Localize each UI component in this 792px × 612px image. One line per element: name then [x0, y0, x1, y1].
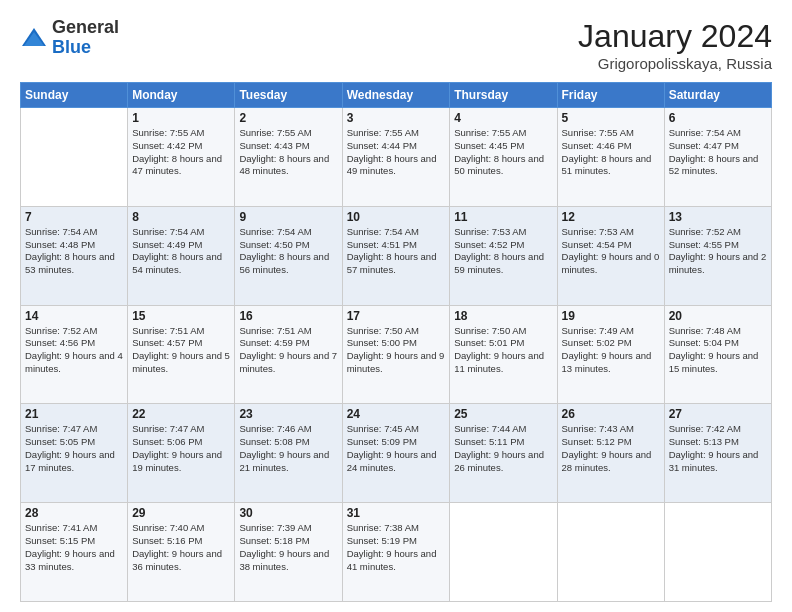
page: General Blue January 2024 Grigoropolissk…: [0, 0, 792, 612]
day-number: 29: [132, 506, 230, 520]
weekday-header-friday: Friday: [557, 83, 664, 108]
day-number: 13: [669, 210, 767, 224]
day-number: 17: [347, 309, 446, 323]
day-number: 1: [132, 111, 230, 125]
logo-text: General Blue: [52, 18, 119, 58]
day-number: 21: [25, 407, 123, 421]
logo-icon: [20, 24, 48, 52]
cell-info: Sunrise: 7:38 AM Sunset: 5:19 PM Dayligh…: [347, 522, 446, 573]
day-number: 19: [562, 309, 660, 323]
calendar-cell: 19Sunrise: 7:49 AM Sunset: 5:02 PM Dayli…: [557, 305, 664, 404]
calendar-cell: 30Sunrise: 7:39 AM Sunset: 5:18 PM Dayli…: [235, 503, 342, 602]
day-number: 6: [669, 111, 767, 125]
cell-info: Sunrise: 7:45 AM Sunset: 5:09 PM Dayligh…: [347, 423, 446, 474]
calendar-cell: 11Sunrise: 7:53 AM Sunset: 4:52 PM Dayli…: [450, 206, 557, 305]
day-number: 24: [347, 407, 446, 421]
calendar-cell: 13Sunrise: 7:52 AM Sunset: 4:55 PM Dayli…: [664, 206, 771, 305]
day-number: 7: [25, 210, 123, 224]
calendar-week-row: 21Sunrise: 7:47 AM Sunset: 5:05 PM Dayli…: [21, 404, 772, 503]
cell-info: Sunrise: 7:55 AM Sunset: 4:46 PM Dayligh…: [562, 127, 660, 178]
weekday-header-sunday: Sunday: [21, 83, 128, 108]
calendar-cell: 22Sunrise: 7:47 AM Sunset: 5:06 PM Dayli…: [128, 404, 235, 503]
cell-info: Sunrise: 7:55 AM Sunset: 4:45 PM Dayligh…: [454, 127, 552, 178]
day-number: 4: [454, 111, 552, 125]
calendar-cell: 26Sunrise: 7:43 AM Sunset: 5:12 PM Dayli…: [557, 404, 664, 503]
cell-info: Sunrise: 7:42 AM Sunset: 5:13 PM Dayligh…: [669, 423, 767, 474]
calendar-cell: 12Sunrise: 7:53 AM Sunset: 4:54 PM Dayli…: [557, 206, 664, 305]
cell-info: Sunrise: 7:55 AM Sunset: 4:44 PM Dayligh…: [347, 127, 446, 178]
logo-blue: Blue: [52, 38, 119, 58]
calendar-week-row: 28Sunrise: 7:41 AM Sunset: 5:15 PM Dayli…: [21, 503, 772, 602]
day-number: 27: [669, 407, 767, 421]
cell-info: Sunrise: 7:43 AM Sunset: 5:12 PM Dayligh…: [562, 423, 660, 474]
day-number: 22: [132, 407, 230, 421]
calendar-cell: 8Sunrise: 7:54 AM Sunset: 4:49 PM Daylig…: [128, 206, 235, 305]
cell-info: Sunrise: 7:54 AM Sunset: 4:48 PM Dayligh…: [25, 226, 123, 277]
month-title: January 2024: [578, 18, 772, 55]
cell-info: Sunrise: 7:41 AM Sunset: 5:15 PM Dayligh…: [25, 522, 123, 573]
logo-general: General: [52, 18, 119, 38]
cell-info: Sunrise: 7:49 AM Sunset: 5:02 PM Dayligh…: [562, 325, 660, 376]
calendar-week-row: 7Sunrise: 7:54 AM Sunset: 4:48 PM Daylig…: [21, 206, 772, 305]
weekday-header-thursday: Thursday: [450, 83, 557, 108]
calendar-table: SundayMondayTuesdayWednesdayThursdayFrid…: [20, 82, 772, 602]
day-number: 14: [25, 309, 123, 323]
day-number: 16: [239, 309, 337, 323]
calendar-cell: 20Sunrise: 7:48 AM Sunset: 5:04 PM Dayli…: [664, 305, 771, 404]
cell-info: Sunrise: 7:52 AM Sunset: 4:56 PM Dayligh…: [25, 325, 123, 376]
calendar-cell: 6Sunrise: 7:54 AM Sunset: 4:47 PM Daylig…: [664, 108, 771, 207]
calendar-cell: 25Sunrise: 7:44 AM Sunset: 5:11 PM Dayli…: [450, 404, 557, 503]
cell-info: Sunrise: 7:46 AM Sunset: 5:08 PM Dayligh…: [239, 423, 337, 474]
cell-info: Sunrise: 7:50 AM Sunset: 5:01 PM Dayligh…: [454, 325, 552, 376]
weekday-header-wednesday: Wednesday: [342, 83, 450, 108]
day-number: 31: [347, 506, 446, 520]
day-number: 15: [132, 309, 230, 323]
logo: General Blue: [20, 18, 119, 58]
cell-info: Sunrise: 7:55 AM Sunset: 4:42 PM Dayligh…: [132, 127, 230, 178]
cell-info: Sunrise: 7:44 AM Sunset: 5:11 PM Dayligh…: [454, 423, 552, 474]
cell-info: Sunrise: 7:53 AM Sunset: 4:52 PM Dayligh…: [454, 226, 552, 277]
calendar-week-row: 14Sunrise: 7:52 AM Sunset: 4:56 PM Dayli…: [21, 305, 772, 404]
calendar-cell: [557, 503, 664, 602]
cell-info: Sunrise: 7:47 AM Sunset: 5:05 PM Dayligh…: [25, 423, 123, 474]
cell-info: Sunrise: 7:55 AM Sunset: 4:43 PM Dayligh…: [239, 127, 337, 178]
day-number: 28: [25, 506, 123, 520]
cell-info: Sunrise: 7:54 AM Sunset: 4:51 PM Dayligh…: [347, 226, 446, 277]
day-number: 2: [239, 111, 337, 125]
day-number: 8: [132, 210, 230, 224]
calendar-cell: 2Sunrise: 7:55 AM Sunset: 4:43 PM Daylig…: [235, 108, 342, 207]
day-number: 26: [562, 407, 660, 421]
calendar-cell: 1Sunrise: 7:55 AM Sunset: 4:42 PM Daylig…: [128, 108, 235, 207]
calendar-cell: 27Sunrise: 7:42 AM Sunset: 5:13 PM Dayli…: [664, 404, 771, 503]
cell-info: Sunrise: 7:54 AM Sunset: 4:47 PM Dayligh…: [669, 127, 767, 178]
calendar-cell: 23Sunrise: 7:46 AM Sunset: 5:08 PM Dayli…: [235, 404, 342, 503]
calendar-cell: 16Sunrise: 7:51 AM Sunset: 4:59 PM Dayli…: [235, 305, 342, 404]
cell-info: Sunrise: 7:47 AM Sunset: 5:06 PM Dayligh…: [132, 423, 230, 474]
calendar-cell: 15Sunrise: 7:51 AM Sunset: 4:57 PM Dayli…: [128, 305, 235, 404]
title-area: January 2024 Grigoropolisskaya, Russia: [578, 18, 772, 72]
calendar-cell: 9Sunrise: 7:54 AM Sunset: 4:50 PM Daylig…: [235, 206, 342, 305]
cell-info: Sunrise: 7:51 AM Sunset: 4:59 PM Dayligh…: [239, 325, 337, 376]
weekday-header-saturday: Saturday: [664, 83, 771, 108]
calendar-cell: 17Sunrise: 7:50 AM Sunset: 5:00 PM Dayli…: [342, 305, 450, 404]
cell-info: Sunrise: 7:39 AM Sunset: 5:18 PM Dayligh…: [239, 522, 337, 573]
calendar-cell: 4Sunrise: 7:55 AM Sunset: 4:45 PM Daylig…: [450, 108, 557, 207]
day-number: 25: [454, 407, 552, 421]
day-number: 20: [669, 309, 767, 323]
calendar-cell: 18Sunrise: 7:50 AM Sunset: 5:01 PM Dayli…: [450, 305, 557, 404]
cell-info: Sunrise: 7:51 AM Sunset: 4:57 PM Dayligh…: [132, 325, 230, 376]
day-number: 3: [347, 111, 446, 125]
cell-info: Sunrise: 7:54 AM Sunset: 4:49 PM Dayligh…: [132, 226, 230, 277]
calendar-cell: 21Sunrise: 7:47 AM Sunset: 5:05 PM Dayli…: [21, 404, 128, 503]
calendar-cell: 7Sunrise: 7:54 AM Sunset: 4:48 PM Daylig…: [21, 206, 128, 305]
day-number: 9: [239, 210, 337, 224]
day-number: 5: [562, 111, 660, 125]
calendar-cell: 14Sunrise: 7:52 AM Sunset: 4:56 PM Dayli…: [21, 305, 128, 404]
location: Grigoropolisskaya, Russia: [578, 55, 772, 72]
cell-info: Sunrise: 7:54 AM Sunset: 4:50 PM Dayligh…: [239, 226, 337, 277]
calendar-cell: [21, 108, 128, 207]
header: General Blue January 2024 Grigoropolissk…: [20, 18, 772, 72]
calendar-cell: 29Sunrise: 7:40 AM Sunset: 5:16 PM Dayli…: [128, 503, 235, 602]
calendar-cell: [664, 503, 771, 602]
weekday-header-tuesday: Tuesday: [235, 83, 342, 108]
